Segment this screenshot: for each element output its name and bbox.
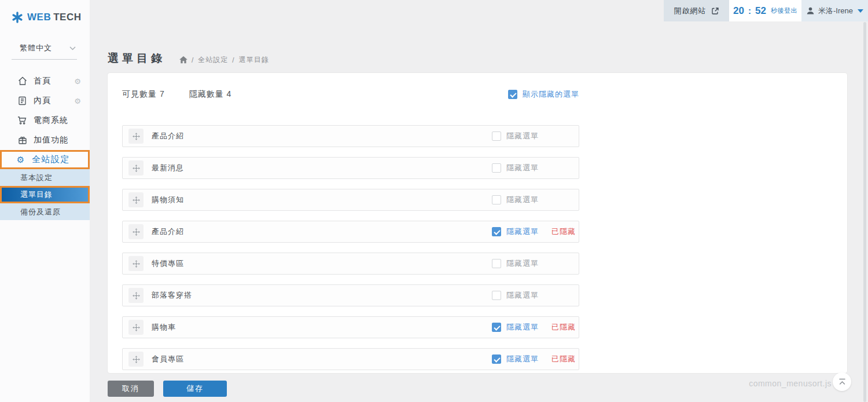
row-controls: 隱藏選單 已隱藏 [492, 258, 576, 269]
gear-icon[interactable]: ⚙ [74, 97, 81, 105]
gear-icon[interactable]: ⚙ [74, 78, 81, 85]
hide-menu-label: 隱藏選單 [506, 131, 539, 141]
hide-menu-label: 隱藏選單 [506, 354, 539, 364]
sidebar-item-addons[interactable]: 加值功能 [0, 130, 90, 150]
brand-logo[interactable]: WEBTECH [12, 12, 81, 23]
drag-handle[interactable] [128, 320, 144, 335]
hide-menu-checkbox[interactable] [492, 227, 501, 236]
hidden-badge: 已隱藏 [551, 354, 576, 364]
sidebar-menu: 首頁 ⚙ 內頁 ⚙ 電商系統 加值功能 ⚙ 全站設定 基本設定 [0, 71, 90, 220]
drag-handle[interactable] [128, 288, 144, 303]
hidden-badge: 已隱藏 [551, 226, 576, 237]
hide-menu-checkbox[interactable] [492, 323, 501, 332]
menu-row-label: 會員專區 [152, 354, 184, 364]
scroll-top-icon [838, 378, 847, 386]
menu-row-label: 購物車 [152, 322, 176, 332]
page-head: 選單目錄 / 全站設定 / 選單目錄 [108, 51, 269, 66]
menu-sort-panel: 可見數量 7 隱藏數量 4 顯示隱藏的選單 產品介紹 隱藏選單 已隱藏 最新消息… [107, 72, 848, 374]
hide-menu-checkbox[interactable] [492, 259, 501, 268]
visible-count: 可見數量 7 [122, 89, 165, 100]
menu-row: 購物須知 隱藏選單 已隱藏 [122, 189, 579, 211]
menu-row-label: 特價專區 [152, 258, 184, 269]
sidebar-item-ecommerce[interactable]: 電商系統 [0, 111, 90, 130]
user-menu[interactable]: 米洛-Irene [801, 0, 868, 21]
menu-row-label: 最新消息 [152, 163, 184, 173]
sidebar-subitem-backup-restore[interactable]: 備份及還原 [0, 203, 90, 220]
menu-row-label: 部落客穿搭 [152, 290, 192, 301]
sidebar: WEBTECH 繁體中文 首頁 ⚙ 內頁 ⚙ 電商系統 [0, 0, 90, 402]
hide-menu-label: 隱藏選單 [506, 258, 539, 269]
home-icon[interactable] [179, 56, 187, 64]
gear-icon: ⚙ [16, 155, 25, 165]
timer-suffix: 秒後登出 [771, 6, 797, 15]
menu-row: 購物車 隱藏選單 已隱藏 [122, 316, 579, 338]
row-controls: 隱藏選單 已隱藏 [492, 226, 576, 237]
cart-icon [17, 116, 27, 126]
drag-handle[interactable] [128, 256, 144, 271]
menu-row-label: 產品介紹 [152, 131, 184, 141]
home-icon [17, 76, 27, 86]
menu-row: 產品介紹 隱藏選單 已隱藏 [122, 221, 579, 243]
hide-menu-label: 隱藏選單 [506, 290, 539, 301]
caret-down-icon [858, 9, 863, 13]
hide-menu-checkbox[interactable] [492, 355, 501, 364]
hidden-count: 隱藏數量 4 [189, 89, 232, 100]
drag-handle[interactable] [128, 224, 144, 239]
open-website-button[interactable]: 開啟網站 [664, 0, 729, 21]
timer-seconds: 52 [755, 5, 766, 17]
menu-row-label: 購物須知 [152, 195, 184, 205]
site-settings-submenu: 基本設定 選單目錄 備份及還原 [0, 169, 90, 220]
language-selector[interactable]: 繁體中文 [12, 39, 77, 60]
document-icon [17, 96, 27, 106]
row-controls: 隱藏選單 已隱藏 [492, 322, 576, 332]
session-timer: 20 : 52 秒後登出 [729, 0, 801, 21]
person-icon [806, 6, 815, 15]
scroll-to-top-button[interactable] [833, 372, 851, 391]
hide-menu-checkbox[interactable] [492, 195, 501, 204]
hide-menu-label: 隱藏選單 [506, 195, 539, 205]
script-name-label: common_menusort.js [749, 379, 832, 388]
box-icon [17, 136, 27, 145]
username: 米洛-Irene [818, 6, 853, 16]
hide-menu-checkbox[interactable] [492, 291, 501, 300]
panel-controls: 可見數量 7 隱藏數量 4 顯示隱藏的選單 [122, 89, 579, 100]
sidebar-item-inner-pages[interactable]: 內頁 ⚙ [0, 91, 90, 111]
menu-rows: 產品介紹 隱藏選單 已隱藏 最新消息 隱藏選單 已隱藏 購物須知 隱藏選單 已隱… [122, 125, 579, 380]
breadcrumb-site-settings[interactable]: 全站設定 [198, 55, 228, 65]
show-hidden-checkbox[interactable] [508, 90, 517, 99]
row-controls: 隱藏選單 已隱藏 [492, 131, 576, 141]
show-hidden-toggle[interactable]: 顯示隱藏的選單 [508, 89, 579, 100]
menu-row: 特價專區 隱藏選單 已隱藏 [122, 253, 579, 275]
breadcrumb-menu-directory: 選單目錄 [239, 55, 269, 65]
menu-row-label: 產品介紹 [152, 226, 184, 237]
drag-handle[interactable] [128, 192, 144, 207]
external-link-icon [711, 7, 719, 15]
sidebar-subitem-menu-directory[interactable]: 選單目錄 [0, 186, 90, 203]
page-title: 選單目錄 [108, 51, 165, 66]
sidebar-item-site-settings[interactable]: ⚙ 全站設定 [0, 150, 90, 169]
menu-row: 部落客穿搭 隱藏選單 已隱藏 [122, 284, 579, 306]
row-controls: 隱藏選單 已隱藏 [492, 163, 576, 173]
row-controls: 隱藏選單 已隱藏 [492, 195, 576, 205]
drag-handle[interactable] [128, 129, 144, 144]
hidden-badge: 已隱藏 [551, 322, 576, 332]
row-controls: 隱藏選單 已隱藏 [492, 354, 576, 364]
hide-menu-checkbox[interactable] [492, 131, 501, 141]
sidebar-subitem-basic-settings[interactable]: 基本設定 [0, 169, 90, 186]
hide-menu-checkbox[interactable] [492, 163, 501, 173]
brand-name: WEBTECH [27, 12, 81, 23]
chevron-down-icon [69, 46, 76, 50]
hide-menu-label: 隱藏選單 [506, 163, 539, 173]
language-label: 繁體中文 [20, 43, 52, 53]
save-button[interactable]: 儲存 [163, 381, 227, 397]
menu-row: 最新消息 隱藏選單 已隱藏 [122, 157, 579, 179]
menu-row: 產品介紹 隱藏選單 已隱藏 [122, 125, 579, 147]
asterisk-icon [12, 12, 23, 23]
cancel-button[interactable]: 取消 [108, 381, 154, 397]
vertical-scrollbar[interactable] [863, 22, 866, 402]
drag-handle[interactable] [128, 352, 144, 367]
sidebar-item-home[interactable]: 首頁 ⚙ [0, 71, 90, 91]
timer-minutes: 20 [733, 5, 744, 17]
menu-row: 會員專區 隱藏選單 已隱藏 [122, 348, 579, 370]
drag-handle[interactable] [128, 160, 144, 176]
